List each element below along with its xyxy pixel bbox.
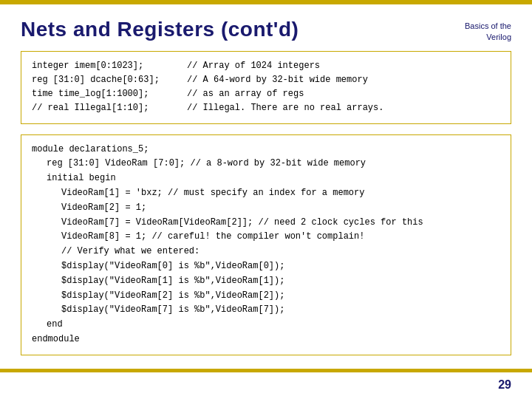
list-item: VideoRam[8] = 1; // careful! the compile… — [32, 230, 500, 245]
top-right-line2: Verilog — [465, 32, 511, 43]
bottom-bar — [0, 369, 532, 372]
list-item: $display("VideoRam[2] is %b",VideoRam[2]… — [32, 289, 500, 304]
list-item: VideoRam[7] = VideoRam[VideoRam[2]]; // … — [32, 216, 500, 231]
list-item: $display("VideoRam[0] is %b",VideoRam[0]… — [32, 259, 500, 274]
list-item: endmodule — [32, 332, 500, 347]
list-item: module declarations_5; — [32, 143, 500, 157]
list-item: initial begin — [32, 171, 500, 186]
code-box-1: integer imem[0:1023];// Array of 1024 in… — [21, 51, 511, 124]
top-right-line1: Basics of the — [465, 21, 511, 32]
top-right-label: Basics of the Verilog — [465, 21, 511, 44]
list-item: $display("VideoRam[1] is %b",VideoRam[1]… — [32, 274, 500, 289]
list-item: VideoRam[2] = 1; — [32, 201, 500, 216]
table-row: time time_log[1:1000];// as an array of … — [32, 87, 500, 101]
header: Nets and Registers (cont'd) Basics of th… — [0, 4, 532, 51]
page-title: Nets and Registers (cont'd) — [21, 18, 299, 41]
list-item: reg [31:0] VideoRam [7:0]; // a 8-word b… — [32, 157, 500, 171]
table-row: integer imem[0:1023];// Array of 1024 in… — [32, 59, 500, 73]
page-number: 29 — [498, 378, 511, 392]
list-item: end — [32, 318, 500, 332]
list-item: // Verify what we entered: — [32, 245, 500, 259]
code-box-2: module declarations_5;reg [31:0] VideoRa… — [21, 134, 511, 355]
table-row: // real Illegal[1:10];// Illegal. There … — [32, 101, 500, 115]
table-row: reg [31:0] dcache[0:63];// A 64-word by … — [32, 73, 500, 87]
list-item: $display("VideoRam[7] is %b",VideoRam[7]… — [32, 303, 500, 318]
list-item: VideoRam[1] = 'bxz; // must specify an i… — [32, 186, 500, 201]
